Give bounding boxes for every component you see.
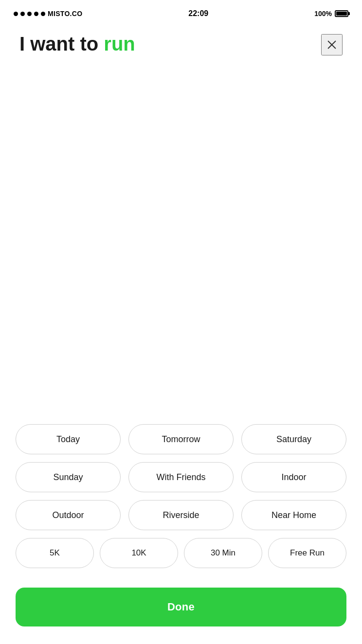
signal-dot-3 — [27, 12, 32, 16]
signal-dot-5 — [41, 12, 45, 16]
done-button-container: Done — [0, 588, 362, 644]
chip-10k[interactable]: 10K — [100, 538, 178, 568]
battery-percent: 100% — [314, 10, 332, 18]
chip-indoor[interactable]: Indoor — [241, 462, 346, 492]
battery-icon — [335, 10, 348, 17]
battery-body — [335, 10, 348, 17]
title-accent: run — [104, 33, 135, 54]
chip-free-run[interactable]: Free Run — [268, 538, 346, 568]
signal-dot-1 — [14, 12, 18, 16]
chip-5k[interactable]: 5K — [16, 538, 94, 568]
options-area: Today Tomorrow Saturday Sunday With Frie… — [0, 424, 362, 588]
options-row-3: Outdoor Riverside Near Home — [16, 500, 346, 530]
content-spacer — [0, 55, 362, 424]
chip-today[interactable]: Today — [16, 424, 121, 454]
page-title: I want to run — [19, 32, 135, 55]
chip-outdoor[interactable]: Outdoor — [16, 500, 121, 530]
header: I want to run — [0, 24, 362, 55]
options-row-1: Today Tomorrow Saturday — [16, 424, 346, 454]
status-time: 22:09 — [188, 9, 208, 18]
status-left: MISTO.CO — [14, 10, 82, 18]
title-prefix: I want to — [19, 33, 104, 54]
signal-dot-4 — [34, 12, 38, 16]
chip-saturday[interactable]: Saturday — [241, 424, 346, 454]
status-bar: MISTO.CO 22:09 100% — [0, 0, 362, 24]
chip-near-home[interactable]: Near Home — [241, 500, 346, 530]
options-row-4: 5K 10K 30 Min Free Run — [16, 538, 346, 568]
chip-with-friends[interactable]: With Friends — [128, 462, 234, 492]
carrier-label: MISTO.CO — [48, 10, 82, 18]
close-button[interactable] — [321, 34, 343, 55]
chip-sunday[interactable]: Sunday — [16, 462, 121, 492]
done-button[interactable]: Done — [16, 588, 346, 626]
chip-riverside[interactable]: Riverside — [128, 500, 234, 530]
battery-fill — [336, 12, 347, 16]
status-right: 100% — [314, 10, 348, 18]
chip-tomorrow[interactable]: Tomorrow — [128, 424, 234, 454]
options-row-2: Sunday With Friends Indoor — [16, 462, 346, 492]
signal-dot-2 — [20, 12, 25, 16]
chip-30min[interactable]: 30 Min — [184, 538, 262, 568]
close-icon — [326, 39, 337, 50]
